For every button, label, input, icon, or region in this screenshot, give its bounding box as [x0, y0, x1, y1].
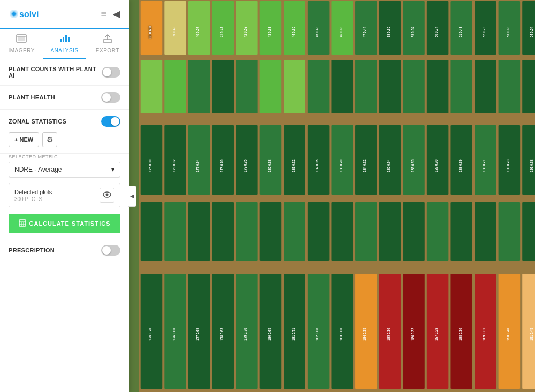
collapse-icon[interactable]: ◀: [113, 8, 120, 20]
sidebar: solvi ≡ ◀ IMAGERY ANALYSIS EXPORT: [0, 0, 129, 392]
detected-plots-count: 300 PLOTS: [14, 196, 52, 202]
selected-metric-label: SELECTED METRIC: [9, 154, 120, 159]
svg-rect-52: [308, 60, 330, 113]
eye-icon: [103, 191, 111, 199]
svg-rect-193: [68, 37, 70, 42]
svg-rect-190: [60, 39, 62, 42]
solvi-logo: solvi: [9, 6, 41, 21]
zonal-statistics-toggle[interactable]: [101, 116, 120, 127]
svg-text:186 0.65: 186 0.65: [410, 159, 415, 172]
svg-rect-45: [141, 60, 163, 113]
svg-text:176 0.60: 176 0.60: [172, 328, 177, 340]
svg-rect-124: [427, 202, 449, 261]
export-icon: [102, 34, 113, 45]
svg-text:188 0.30: 188 0.30: [458, 328, 463, 340]
svg-rect-60: [499, 60, 521, 113]
svg-text:191 0.45: 191 0.45: [530, 328, 534, 340]
imagery-icon: [16, 34, 27, 45]
svg-text:177 0.64: 177 0.64: [195, 159, 200, 172]
svg-rect-191: [63, 37, 64, 42]
plant-health-label: PLANT HEALTH: [9, 94, 55, 101]
svg-rect-51: [284, 60, 305, 113]
svg-rect-116: [236, 202, 258, 261]
svg-text:183 0.60: 183 0.60: [339, 328, 343, 340]
svg-text:184 0.35: 184 0.35: [363, 328, 368, 340]
svg-text:185 0.30: 185 0.30: [386, 328, 391, 340]
tab-analysis[interactable]: ANALYSIS: [43, 29, 86, 59]
svg-text:solvi: solvi: [19, 10, 39, 19]
svg-text:189 0.31: 189 0.31: [482, 328, 486, 340]
svg-rect-119: [308, 202, 330, 261]
svg-text:180 0.65: 180 0.65: [267, 328, 272, 340]
svg-text:176 0.62: 176 0.62: [172, 159, 177, 172]
prescription-label: PRESCRIPTION: [9, 247, 55, 253]
svg-rect-50: [260, 60, 282, 113]
detected-plots-box: Detected plots 300 PLOTS: [9, 183, 120, 207]
tab-imagery[interactable]: IMAGERY: [0, 29, 43, 59]
imagery-tab-label: IMAGERY: [8, 48, 34, 53]
svg-text:181 0.71: 181 0.71: [291, 328, 296, 340]
svg-text:47 0.44: 47 0.44: [363, 27, 368, 37]
svg-text:189 0.71: 189 0.71: [482, 159, 486, 172]
header-icons: ≡ ◀: [101, 8, 120, 20]
svg-rect-123: [403, 202, 425, 261]
menu-icon[interactable]: ≡: [101, 9, 106, 20]
svg-point-185: [12, 12, 16, 16]
svg-rect-56: [403, 60, 425, 113]
chevron-down-icon: ▾: [111, 166, 114, 173]
svg-point-197: [106, 194, 109, 196]
prescription-toggle[interactable]: [101, 245, 120, 256]
settings-button[interactable]: ⚙: [42, 132, 57, 147]
sidebar-collapse-button[interactable]: ◀: [128, 186, 136, 207]
svg-text:184 0.72: 184 0.72: [363, 159, 368, 172]
tab-export[interactable]: EXPORT: [86, 29, 129, 59]
metric-value: NDRE - Average: [14, 166, 62, 173]
plant-health-section: PLANT HEALTH: [0, 86, 129, 110]
svg-text:190 0.73: 190 0.73: [506, 159, 510, 172]
svg-text:54 0.54: 54 0.54: [530, 27, 534, 37]
svg-text:175 0.60: 175 0.60: [148, 159, 152, 172]
svg-text:181 0.72: 181 0.72: [291, 159, 296, 172]
svg-rect-120: [331, 202, 353, 261]
svg-text:188 0.69: 188 0.69: [458, 159, 463, 172]
svg-rect-49: [236, 60, 258, 113]
svg-text:187 0.28: 187 0.28: [434, 328, 439, 340]
svg-text:183 0.70: 183 0.70: [339, 159, 343, 172]
plant-health-toggle[interactable]: [101, 92, 120, 103]
svg-rect-122: [379, 202, 401, 261]
svg-text:177 0.69: 177 0.69: [195, 328, 200, 340]
calculate-statistics-button[interactable]: CALCULATE STATISTICS: [9, 214, 120, 233]
metric-dropdown[interactable]: NDRE - Average ▾: [9, 162, 120, 178]
calculate-statistics-label: CALCULATE STATISTICS: [29, 220, 111, 227]
svg-text:182 0.68: 182 0.68: [315, 328, 319, 340]
svg-text:186 0.32: 186 0.32: [410, 328, 415, 340]
plant-counts-toggle[interactable]: [102, 67, 120, 78]
sidebar-header: solvi ≡ ◀: [0, 0, 129, 29]
svg-rect-128: [522, 202, 535, 261]
svg-rect-115: [212, 202, 234, 261]
svg-rect-182: [139, 196, 535, 201]
svg-rect-55: [379, 60, 401, 113]
svg-rect-113: [164, 202, 186, 261]
svg-rect-127: [499, 202, 521, 261]
svg-rect-118: [284, 202, 305, 261]
svg-text:41 0.47: 41 0.47: [219, 27, 224, 37]
new-button[interactable]: + NEW: [9, 132, 39, 147]
export-tab-label: EXPORT: [96, 48, 119, 53]
svg-text:46 0.63: 46 0.63: [339, 27, 343, 37]
svg-text:39 0.54: 39 0.54: [410, 27, 415, 37]
logo: solvi: [9, 6, 41, 21]
svg-text:53 0.63: 53 0.63: [506, 27, 510, 37]
eye-button[interactable]: [100, 188, 114, 203]
detected-info: Detected plots 300 PLOTS: [14, 189, 52, 202]
sidebar-content: PLANT COUNTS with Plant AI PLANT HEALTH …: [0, 59, 129, 262]
svg-rect-47: [188, 60, 210, 113]
svg-rect-67: [139, 118, 535, 124]
zonal-statistics-header: ZONAL STATISTICS: [9, 116, 120, 127]
analysis-tab-label: ANALYSIS: [50, 48, 78, 53]
svg-text:185 0.74: 185 0.74: [386, 159, 391, 172]
zonal-statistics-section: ZONAL STATISTICS + NEW ⚙: [0, 110, 129, 154]
svg-rect-125: [450, 202, 472, 261]
svg-text:179 0.65: 179 0.65: [243, 159, 248, 172]
svg-rect-198: [19, 220, 26, 226]
